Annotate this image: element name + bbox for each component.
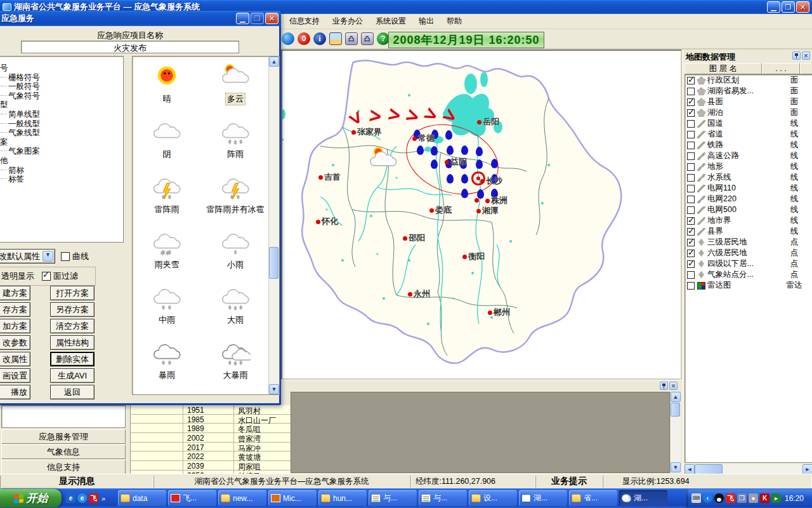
taskbar-button[interactable]: hun... [318,490,367,506]
layer-row[interactable]: 省道 线 [685,129,812,140]
layer-checkbox[interactable] [687,109,695,117]
dialog-action-button-left[interactable]: 改属性 [0,352,30,366]
layer-checkbox[interactable] [687,228,695,236]
back-arrow-icon[interactable]: ‹ [703,493,712,503]
scroll-right-icon[interactable]: ► [802,464,812,474]
bottom-vscrollbar[interactable]: ▲ ▼ [670,392,681,473]
tree-item[interactable]: 标签 [0,174,123,184]
table-row[interactable]: 2002 曾家湾 [131,433,291,443]
start-button[interactable]: 开始 [0,489,62,507]
weather-item[interactable]: ✱✱ [133,394,201,395]
chart-icon[interactable]: ▸ [771,493,781,503]
taskbar-button[interactable]: 与... [369,490,417,506]
layer-row[interactable]: 国道 线 [685,118,812,129]
bottom-close-icon[interactable]: ✕ [669,382,678,390]
toolbar-icon[interactable]: i [313,32,326,45]
menu-item[interactable]: 系统设置 [369,15,412,27]
dialog-maximize-button[interactable]: ❐ [251,13,264,24]
menu-item[interactable]: 信息支持 [283,15,326,27]
layer-row[interactable]: 电网220 线 [685,194,812,204]
weather-item[interactable]: ✱✱ 大暴雨 [201,339,270,394]
tree-item[interactable]: 案 [0,137,123,147]
quick-launch-icon-3[interactable]: 飞 [89,493,98,503]
layer-row[interactable]: 县面 面 [685,97,812,107]
message-list-box[interactable] [1,405,126,428]
layer-checkbox[interactable] [687,152,695,160]
taskbar-button[interactable]: 湖... [519,490,567,506]
layer-row[interactable]: 地市界 线 [685,215,812,226]
layer-checkbox[interactable] [687,239,695,246]
weather-symbol-list[interactable]: ✱✱ 晴 ✱✱ 多云 [132,56,280,395]
scroll-down-icon[interactable]: ▼ [671,462,681,472]
taskbar-button[interactable]: new... [218,490,266,506]
pin-icon[interactable] [792,51,801,60]
dialog-action-button-right[interactable]: 属性结构 [50,335,95,350]
taskbar-button[interactable]: 飞... [168,490,216,506]
bottom-nav-button[interactable]: 信息支持 [1,460,126,474]
dialog-action-button-right[interactable]: 清空方案 [50,319,95,333]
tray-clock[interactable]: 16:20 [785,494,804,503]
layer-row[interactable]: 湖泊 面 [685,107,812,118]
table-row[interactable]: 1985 水口山一厂 [131,415,291,424]
scroll-up-icon[interactable]: ▲ [269,57,279,67]
tree-item[interactable]: 一般线型 [0,119,123,128]
bottom-nav-button[interactable]: 气象信息 [1,444,126,459]
column-header-layer-name[interactable]: 图 层 名 [684,63,762,74]
table-row[interactable]: 1951 凤羽村 [131,405,291,415]
dialog-action-button-left[interactable]: 加方案 [0,319,30,333]
column-header-dots[interactable]: . . . [762,63,800,74]
dialog-action-button-left[interactable]: 建方案 [0,286,30,300]
layer-row[interactable]: 气象站点分... 点 [685,269,812,280]
layer-checkbox[interactable] [687,77,695,84]
curve-checkbox[interactable]: 曲线 [59,251,89,262]
toolbar-icon[interactable] [329,32,342,45]
project-name-input[interactable]: 火灾发布 [21,41,239,53]
dialog-action-button-left[interactable]: 画设置 [0,368,30,383]
layer-checkbox[interactable] [687,196,695,203]
taskbar-button[interactable]: 湖... [619,490,667,506]
layer-row[interactable]: 电网500 线 [685,204,812,215]
tree-item[interactable]: 气象图案 [0,146,123,156]
dialog-minimize-button[interactable]: ▁ [236,13,249,24]
dialog-action-button-right[interactable]: 删除实体 [50,352,95,366]
weather-item[interactable]: ✱✱ 晴 [133,63,201,118]
layer-row[interactable]: 四级以下居... 点 [685,258,812,269]
layer-checkbox[interactable] [687,185,695,192]
dialog-action-button-right[interactable]: 另存方案 [50,302,95,317]
weather-item[interactable]: ✱✱ 中雨 [133,284,201,339]
toolbar-icon[interactable]: 0 [298,32,310,45]
transparent-display-label[interactable]: 透明显示 [1,271,34,282]
weather-item[interactable]: ✱✱ 雷阵雨 [133,173,201,229]
toolbar-icon[interactable]: 凸 [361,32,374,45]
toolbar-icon[interactable]: 凸 [345,32,358,45]
table-row[interactable]: 2039 周家咀 [131,461,291,471]
dialog-action-button-left[interactable]: 存方案 [0,302,30,317]
dialog-action-button-right[interactable]: 返回 [50,385,95,399]
station-table[interactable]: 1951 凤羽村 1985 水口山一厂 1989 冬瓜咀 2002 曾家湾 20… [130,405,291,474]
minimize-button[interactable]: ▁ [767,1,780,13]
symbol-tree[interactable]: 号栅格符号一般符号气象符号型简单线型一般线型气象线型案气象图案他箭标标签 [0,56,124,243]
taskbar-button[interactable]: Mic... [268,490,317,506]
layer-row[interactable]: 六级居民地 点 [685,248,812,258]
layer-checkbox[interactable] [687,250,695,257]
dialog-titlebar[interactable]: 应急服务 ▁ ❐ ✕ [0,11,281,26]
face-filter-checkbox[interactable] [42,272,51,281]
qq-penguin-icon[interactable] [714,493,724,503]
kaspersky-icon[interactable]: K [760,493,769,503]
layer-checkbox[interactable] [687,271,695,279]
dialog-action-button-right[interactable]: 打开方案 [50,286,95,300]
taskbar-button[interactable]: 与... [419,490,467,506]
table-row[interactable]: 2017 马家冲 [131,443,291,452]
taskbar-button[interactable]: data [118,490,166,506]
layer-row[interactable]: 行政区划 面 [685,75,812,86]
layer-row[interactable]: 地形 线 [685,161,812,172]
dialog-action-button-right[interactable]: 生成AVI [50,368,95,383]
weather-item[interactable]: ✱✱ 小雨 [201,229,270,284]
layer-row[interactable]: 三级居民地 点 [685,237,812,248]
tree-item[interactable]: 他 [0,156,123,165]
status-message-label[interactable]: 显示消息 [0,476,154,488]
weather-scrollbar[interactable]: ▲ ▼ [268,57,279,394]
layer-checkbox[interactable] [687,206,695,214]
taskbar-button[interactable]: 设... [469,490,517,506]
default-property-dropdown[interactable]: 改默认属性 ▼ [0,249,55,264]
